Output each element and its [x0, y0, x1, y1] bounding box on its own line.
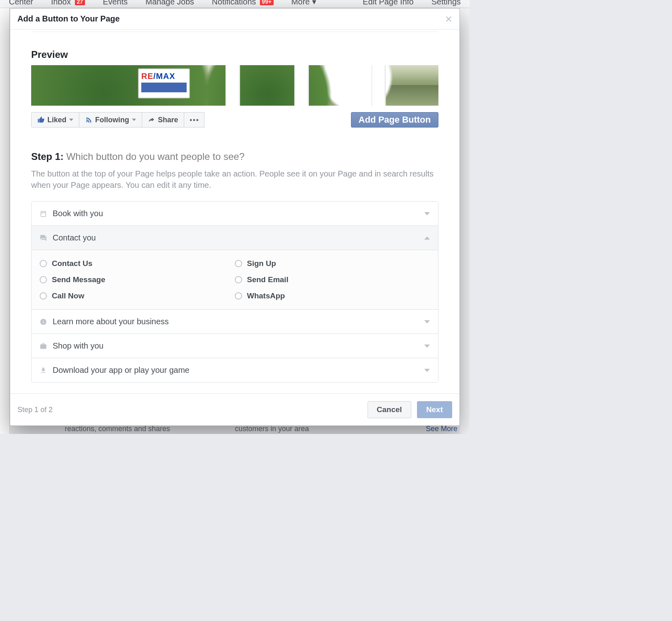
modal-header: Add a Button to Your Page × — [10, 9, 459, 30]
inbox-badge: 27 — [75, 0, 85, 5]
option-label: Contact Us — [52, 259, 92, 268]
notifications-badge: 99+ — [260, 0, 274, 5]
thumbs-up-icon — [37, 116, 45, 123]
modal-body: Preview RE/MAX Liked Following — [10, 30, 459, 393]
radio-icon — [235, 292, 242, 300]
radio-icon — [40, 276, 47, 283]
liked-button[interactable]: Liked — [31, 112, 79, 128]
add-page-button[interactable]: Add Page Button — [351, 112, 438, 128]
background-left — [0, 8, 10, 434]
option-label: Sign Up — [247, 259, 276, 268]
share-button[interactable]: Share — [142, 112, 184, 128]
svg-rect-2 — [43, 320, 44, 321]
nav-center[interactable]: Center — [0, 0, 42, 9]
category-label: Shop with you — [53, 341, 419, 351]
pillar-shape — [294, 65, 309, 106]
ellipsis-icon — [190, 119, 198, 121]
nav-inbox-label: Inbox — [51, 0, 71, 6]
modal-title: Add a Button to Your Page — [17, 14, 445, 23]
category-label: Learn more about your business — [53, 317, 419, 326]
cancel-button[interactable]: Cancel — [368, 401, 411, 418]
chat-icon — [40, 234, 47, 242]
chevron-down-icon — [69, 119, 73, 121]
option-label: Call Now — [52, 291, 84, 300]
rss-icon — [85, 116, 92, 123]
step-label: Step 1: — [31, 151, 64, 162]
bg-see-more[interactable]: See More — [426, 425, 457, 433]
following-label: Following — [95, 116, 129, 124]
remax-sign: RE/MAX — [138, 68, 190, 98]
chevron-up-icon — [424, 236, 430, 240]
button-categories: Book with you Contact you Contact Us Sig… — [31, 201, 438, 383]
option-contact-us[interactable]: Contact Us — [40, 259, 235, 268]
share-label: Share — [158, 116, 178, 124]
option-send-email[interactable]: Send Email — [235, 275, 430, 284]
chevron-down-icon — [424, 212, 430, 215]
preview-heading: Preview — [31, 49, 438, 60]
background-right — [460, 8, 470, 434]
category-label: Contact you — [53, 233, 419, 242]
nav-settings[interactable]: Settings — [423, 0, 470, 9]
radio-icon — [235, 276, 242, 283]
chevron-down-icon — [132, 119, 136, 121]
option-sign-up[interactable]: Sign Up — [235, 259, 430, 268]
category-shop-with-you[interactable]: Shop with you — [32, 334, 438, 358]
nav-inbox[interactable]: Inbox 27 — [42, 0, 94, 9]
category-book-with-you[interactable]: Book with you — [32, 202, 438, 225]
category-label: Book with you — [53, 209, 419, 218]
category-download-app[interactable]: Download your app or play your game — [32, 358, 438, 382]
contact-options: Contact Us Sign Up Send Message Send Ema… — [32, 250, 438, 309]
option-label: WhatsApp — [247, 291, 285, 300]
step-title: Step 1: Which button do you want people … — [31, 151, 438, 162]
svg-rect-1 — [43, 321, 44, 323]
category-label: Download your app or play your game — [53, 366, 419, 375]
nav-manage-jobs[interactable]: Manage Jobs — [136, 0, 203, 9]
calendar-icon — [40, 210, 47, 217]
cover-preview: RE/MAX — [31, 65, 438, 106]
liked-label: Liked — [47, 116, 66, 124]
divider — [31, 31, 438, 32]
info-icon — [40, 318, 47, 325]
footer-step-indicator: Step 1 of 2 — [17, 406, 53, 414]
category-contact-you[interactable]: Contact you — [32, 225, 438, 250]
step-question: Which button do you want people to see? — [66, 151, 245, 162]
radio-icon — [235, 260, 242, 267]
nav-notifications-label: Notifications — [212, 0, 256, 6]
chevron-down-icon — [424, 345, 430, 348]
radio-icon — [40, 260, 47, 267]
step-section: Step 1: Which button do you want people … — [31, 151, 438, 191]
remax-logo: RE/MAX — [141, 72, 187, 81]
briefcase-icon — [40, 342, 47, 350]
option-whatsapp[interactable]: WhatsApp — [235, 291, 430, 300]
download-icon — [40, 367, 47, 374]
background-nav: Center Inbox 27 Events Manage Jobs Notif… — [0, 0, 470, 8]
chevron-down-icon — [424, 369, 430, 372]
more-button[interactable] — [184, 112, 204, 128]
add-button-modal: Add a Button to Your Page × Preview RE/M… — [10, 8, 460, 426]
option-label: Send Message — [52, 275, 105, 284]
option-call-now[interactable]: Call Now — [40, 291, 235, 300]
option-send-message[interactable]: Send Message — [40, 275, 235, 284]
following-button[interactable]: Following — [79, 112, 142, 128]
background-bottom-text: reactions, comments and shares customers… — [65, 425, 470, 433]
option-label: Send Email — [247, 275, 288, 284]
nav-notifications[interactable]: Notifications 99+ — [203, 0, 282, 9]
bg-insights-text: reactions, comments and shares — [65, 425, 170, 433]
radio-icon — [40, 292, 47, 300]
sign-bar — [141, 83, 187, 92]
nav-more[interactable]: More ▾ — [283, 0, 325, 9]
modal-footer: Step 1 of 2 Cancel Next — [10, 393, 459, 425]
next-button[interactable]: Next — [417, 401, 452, 418]
preview-actions: Liked Following Share Add Page Button — [31, 112, 438, 128]
step-description: The button at the top of your Page helps… — [31, 168, 438, 191]
nav-events[interactable]: Events — [94, 0, 136, 9]
bg-customers-text: customers in your area — [235, 425, 309, 433]
logo-re: RE — [141, 72, 153, 81]
pillar-shape — [225, 65, 240, 106]
category-learn-more[interactable]: Learn more about your business — [32, 309, 438, 334]
logo-max: MAX — [156, 72, 175, 81]
close-icon[interactable]: × — [445, 15, 452, 23]
pillar-shape — [371, 65, 386, 106]
chevron-down-icon — [424, 320, 430, 323]
nav-edit-page-info[interactable]: Edit Page Info — [354, 0, 423, 9]
